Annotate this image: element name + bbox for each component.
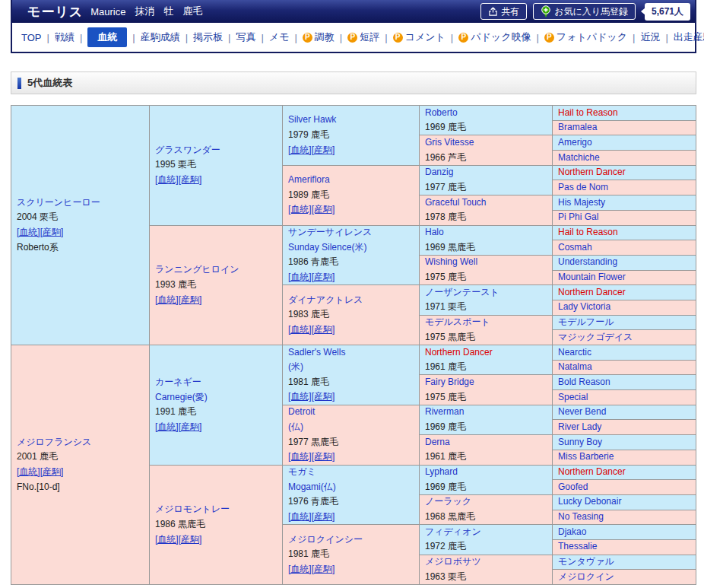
horse-name-link[interactable]: Sunny Boy — [558, 435, 696, 450]
horse-name-link[interactable]: Lyphard — [425, 466, 552, 480]
share-button[interactable]: 共有 — [480, 3, 527, 20]
nav-tab-3[interactable]: 血統 — [87, 27, 127, 47]
nav-tab-8[interactable]: P調教 — [300, 28, 338, 46]
nav-tab-10[interactable]: Pコメント — [390, 28, 449, 46]
blood-link[interactable]: [血統] — [17, 227, 40, 237]
horse-name-link[interactable]: Goofed — [558, 480, 696, 494]
horse-name-link[interactable]: Fairy Bridge — [425, 375, 552, 389]
offspring-link[interactable]: [産駒] — [40, 227, 64, 237]
horse-name-link[interactable]: メジロモントレー — [155, 502, 282, 517]
horse-name-link[interactable]: Cosmah — [558, 240, 696, 255]
horse-name-link[interactable]: Gris Vitesse — [425, 135, 552, 150]
horse-name-link[interactable]: Bramalea — [558, 121, 696, 135]
horse-name-secondary[interactable]: Mogami(仏) — [288, 480, 419, 495]
horse-name-link[interactable]: グラスワンダー — [155, 143, 282, 158]
horse-name-link[interactable]: Pi Phi Gal — [558, 211, 696, 225]
horse-name-link[interactable]: Halo — [425, 226, 552, 240]
offspring-link[interactable]: [産駒] — [312, 451, 335, 462]
horse-name-link[interactable]: Silver Hawk — [288, 113, 419, 128]
horse-name-link[interactable]: Ameriflora — [288, 173, 419, 188]
offspring-link[interactable]: [産駒] — [179, 534, 202, 545]
blood-link[interactable]: [血統] — [288, 324, 312, 335]
horse-name-link[interactable]: メジロクインシー — [288, 532, 419, 548]
horse-name-link[interactable]: Hail to Reason — [558, 226, 696, 240]
blood-link[interactable]: [血統] — [288, 204, 312, 215]
horse-name-link[interactable]: Derna — [425, 435, 552, 450]
horse-name-link[interactable]: His Majesty — [558, 195, 696, 210]
horse-name-secondary[interactable]: Carnegie(愛) — [155, 390, 282, 405]
horse-name-link[interactable]: Amerigo — [558, 135, 696, 150]
horse-name-link[interactable]: Graceful Touch — [425, 195, 552, 210]
horse-name-link[interactable]: Sadler's Wells — [288, 345, 419, 360]
horse-name-link[interactable]: モデルフール — [558, 316, 696, 330]
horse-name-link[interactable]: Nearctic — [558, 345, 696, 360]
horse-name-link[interactable]: ランニングヒロイン — [155, 262, 282, 278]
horse-name-link[interactable]: Hail to Reason — [558, 106, 696, 120]
offspring-link[interactable]: [産駒] — [312, 564, 335, 574]
horse-name-link[interactable]: スクリーンヒーロー — [17, 195, 149, 211]
nav-tab-2[interactable]: 戦績 — [52, 28, 78, 46]
blood-link[interactable]: [血統] — [155, 534, 179, 545]
horse-name-link[interactable]: Riverman — [425, 405, 552, 420]
horse-name-link[interactable]: Northern Dancer — [558, 166, 696, 180]
offspring-link[interactable]: [産駒] — [312, 391, 335, 402]
horse-name-link[interactable]: Bold Reason — [558, 375, 696, 389]
horse-name-link[interactable]: No Teasing — [558, 510, 696, 525]
offspring-link[interactable]: [産駒] — [179, 421, 202, 432]
horse-name-link[interactable]: Natalma — [558, 361, 696, 375]
horse-name-link[interactable]: Mountain Flower — [558, 271, 696, 285]
horse-name-link[interactable]: Lady Victoria — [558, 300, 696, 315]
blood-link[interactable]: [血統] — [288, 451, 312, 462]
nav-tab-4[interactable]: 産駒成績 — [138, 28, 183, 46]
nav-tab-11[interactable]: Pパドック映像 — [455, 28, 534, 46]
offspring-link[interactable]: [産駒] — [179, 174, 202, 185]
offspring-link[interactable]: [産駒] — [312, 272, 335, 282]
horse-name-link[interactable]: Northern Dancer — [558, 466, 696, 480]
blood-link[interactable]: [血統] — [17, 466, 40, 477]
horse-name-link[interactable]: マジックゴデイス — [558, 330, 696, 345]
horse-name-link[interactable]: Thessalie — [558, 540, 696, 555]
offspring-link[interactable]: [産駒] — [179, 294, 202, 305]
offspring-link[interactable]: [産駒] — [40, 466, 64, 477]
horse-name-link[interactable]: Lucky Debonair — [558, 495, 696, 510]
blood-link[interactable]: [血統] — [288, 391, 312, 402]
offspring-link[interactable]: [産駒] — [312, 204, 335, 215]
nav-tab-1[interactable]: TOP — [18, 30, 45, 46]
horse-name-link[interactable]: Detroit — [288, 405, 419, 420]
nav-tab-12[interactable]: Pフォトパドック — [541, 28, 630, 46]
favorite-register-button[interactable]: お気に入り馬登録 — [533, 3, 636, 20]
blood-link[interactable]: [血統] — [155, 174, 179, 185]
blood-link[interactable]: [血統] — [288, 511, 312, 522]
horse-name-secondary[interactable]: (米) — [288, 360, 419, 375]
nav-tab-9[interactable]: P短評 — [344, 28, 382, 46]
offspring-link[interactable]: [産駒] — [312, 324, 335, 335]
blood-link[interactable]: [血統] — [155, 421, 179, 432]
nav-tab-14[interactable]: 出走産駒 — [671, 28, 704, 46]
horse-name-link[interactable]: メジロクイン — [558, 570, 696, 584]
blood-link[interactable]: [血統] — [288, 145, 312, 155]
blood-link[interactable]: [血統] — [155, 294, 179, 305]
horse-name-link[interactable]: River Lady — [558, 420, 696, 434]
horse-name-link[interactable]: Special — [558, 390, 696, 405]
horse-name-link[interactable]: Northern Dancer — [558, 285, 696, 300]
horse-name-secondary[interactable]: (仏) — [288, 420, 419, 435]
horse-name-link[interactable]: Matchiche — [558, 151, 696, 165]
horse-name-link[interactable]: Roberto — [425, 106, 552, 120]
horse-name-link[interactable]: サンデーサイレンス — [288, 226, 419, 240]
horse-name-link[interactable]: Wishing Well — [425, 256, 552, 270]
horse-name-link[interactable]: Pas de Nom — [558, 180, 696, 195]
horse-name-link[interactable]: メジロフランシス — [17, 435, 149, 450]
horse-name-link[interactable]: Danzig — [425, 166, 552, 180]
horse-name-link[interactable]: フィディオン — [425, 525, 552, 539]
nav-tab-5[interactable]: 掲示板 — [190, 28, 226, 46]
horse-name-link[interactable]: モンタヴァル — [558, 555, 696, 570]
horse-name-link[interactable]: Miss Barberie — [558, 450, 696, 465]
horse-name-link[interactable]: カーネギー — [155, 375, 282, 390]
horse-name-link[interactable]: Understanding — [558, 256, 696, 270]
horse-name-secondary[interactable]: Sunday Silence(米) — [288, 240, 419, 256]
horse-name-link[interactable]: Djakao — [558, 525, 696, 539]
blood-link[interactable]: [血統] — [288, 564, 312, 574]
horse-name-link[interactable]: ノーザンテースト — [425, 285, 552, 300]
nav-tab-6[interactable]: 写真 — [233, 28, 258, 46]
blood-link[interactable]: [血統] — [288, 272, 312, 282]
